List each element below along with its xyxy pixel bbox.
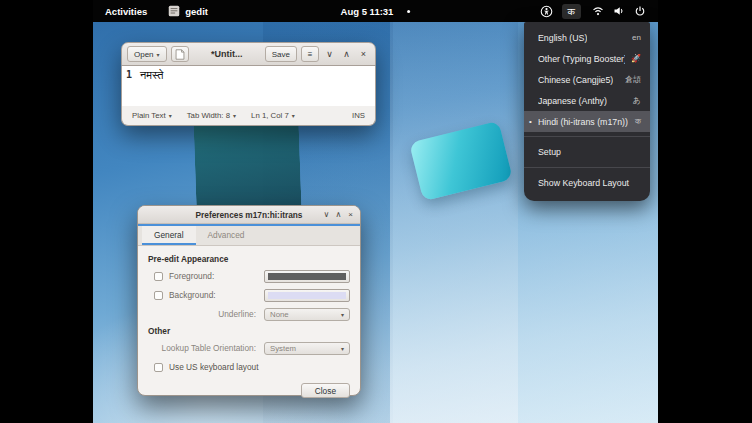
other-heading: Other bbox=[148, 326, 350, 336]
notification-dot bbox=[407, 10, 410, 13]
preedit-appearance-heading: Pre-edit Appearance bbox=[148, 254, 350, 264]
app-menu-button[interactable]: gedit bbox=[168, 5, 208, 17]
minimize-button[interactable]: ∨ bbox=[323, 46, 336, 62]
background-row: Background: bbox=[154, 288, 350, 302]
volume-icon bbox=[613, 5, 625, 17]
insert-mode-indicator: INS bbox=[352, 111, 365, 120]
maximize-button[interactable]: ∧ bbox=[340, 46, 353, 62]
close-button[interactable]: × bbox=[357, 46, 370, 62]
system-tray: क bbox=[534, 4, 655, 19]
power-icon bbox=[634, 5, 646, 17]
menu-item-chinese-cangjie5[interactable]: Chinese (Cangjie5) 倉頡 bbox=[524, 69, 650, 90]
background-color-button[interactable] bbox=[264, 289, 350, 302]
accessibility-icon bbox=[540, 5, 553, 18]
clock-button[interactable]: Aug 5 11:31 bbox=[341, 6, 411, 17]
menu-separator bbox=[524, 136, 650, 137]
background-checkbox[interactable] bbox=[154, 291, 163, 300]
us-keyboard-label: Use US keyboard layout bbox=[169, 362, 350, 372]
preferences-body: Pre-edit Appearance Foreground: Backgrou… bbox=[138, 246, 360, 379]
menu-item-english-us[interactable]: English (US) en bbox=[524, 27, 650, 48]
lookup-orientation-dropdown[interactable]: System ▾ bbox=[264, 342, 350, 355]
preferences-dialog: Preferences m17n:hi:itrans ∨ ∧ × General… bbox=[137, 205, 361, 396]
maximize-button[interactable]: ∧ bbox=[333, 208, 344, 222]
tab-advanced[interactable]: Advanced bbox=[196, 226, 257, 245]
foreground-swatch bbox=[268, 273, 346, 280]
menu-item-label: Show Keyboard Layout bbox=[538, 178, 629, 188]
activities-button[interactable]: Activities bbox=[102, 4, 150, 19]
new-document-icon bbox=[175, 49, 185, 60]
chevron-down-icon: ▾ bbox=[341, 345, 344, 352]
cangjie-icon: 倉頡 bbox=[625, 74, 641, 85]
us-keyboard-row: Use US keyboard layout bbox=[154, 360, 350, 374]
menu-item-label: Japanese (Anthy) bbox=[538, 96, 607, 106]
input-source-menu: English (US) en Other (Typing Booster) 🚀… bbox=[524, 22, 650, 201]
system-status-menu-button[interactable] bbox=[584, 5, 654, 17]
cursor-position-label: Ln 1, Col 7 bbox=[251, 111, 289, 120]
network-icon bbox=[592, 5, 604, 17]
line-number: 1 bbox=[126, 69, 140, 106]
clock-label: Aug 5 11:31 bbox=[341, 6, 394, 17]
save-button[interactable]: Save bbox=[265, 46, 297, 62]
chevron-down-icon: ▾ bbox=[233, 112, 236, 119]
underline-row: Underline: None ▾ bbox=[154, 307, 350, 321]
minimize-button[interactable]: ∨ bbox=[321, 208, 332, 222]
menu-item-japanese-anthy[interactable]: Japanese (Anthy) あ bbox=[524, 90, 650, 111]
lookup-orientation-label: Lookup Table Orientation: bbox=[154, 343, 264, 353]
foreground-row: Foreground: bbox=[154, 269, 350, 283]
selected-dot-icon: • bbox=[529, 117, 532, 126]
menu-item-show-keyboard-layout[interactable]: Show Keyboard Layout bbox=[524, 172, 650, 194]
dialog-footer: Close bbox=[138, 379, 360, 406]
menu-item-typing-booster[interactable]: Other (Typing Booster) 🚀 bbox=[524, 48, 650, 69]
new-document-button[interactable] bbox=[171, 46, 189, 62]
language-label: Plain Text bbox=[132, 111, 166, 120]
underline-label: Underline: bbox=[154, 309, 264, 319]
underline-dropdown[interactable]: None ▾ bbox=[264, 308, 350, 321]
foreground-label: Foreground: bbox=[169, 271, 264, 281]
lookup-orientation-value: System bbox=[270, 344, 296, 353]
chevron-down-icon: ▾ bbox=[341, 311, 344, 318]
input-source-indicator[interactable]: क bbox=[562, 4, 582, 19]
menu-item-label: Other (Typing Booster) bbox=[538, 54, 625, 64]
menu-separator bbox=[524, 167, 650, 168]
input-source-symbol: en bbox=[632, 33, 641, 42]
save-button-label: Save bbox=[272, 50, 290, 59]
gedit-headerbar: Open ▾ *Untit... Save ≡ ∨ ∧ × bbox=[121, 42, 376, 66]
window-title: *Untit... bbox=[193, 49, 261, 59]
lookup-orientation-row: Lookup Table Orientation: System ▾ bbox=[154, 341, 350, 355]
accessibility-menu-button[interactable] bbox=[534, 5, 559, 18]
gedit-window: Open ▾ *Untit... Save ≡ ∨ ∧ × 1 नमस्ते bbox=[121, 42, 376, 126]
insert-mode-label: INS bbox=[352, 111, 365, 120]
hamburger-icon: ≡ bbox=[308, 50, 313, 59]
dialog-window-controls: ∨ ∧ × bbox=[321, 208, 360, 222]
wallpaper-light-band bbox=[390, 0, 518, 423]
us-keyboard-checkbox[interactable] bbox=[154, 363, 163, 372]
hamburger-menu-button[interactable]: ≡ bbox=[301, 46, 319, 62]
open-button[interactable]: Open ▾ bbox=[127, 46, 167, 62]
menu-item-label: Setup bbox=[538, 147, 561, 157]
menu-item-setup[interactable]: Setup bbox=[524, 141, 650, 163]
language-selector[interactable]: Plain Text ▾ bbox=[132, 111, 172, 120]
menu-item-label: English (US) bbox=[538, 33, 587, 43]
close-icon[interactable]: × bbox=[345, 208, 356, 222]
cursor-position-selector[interactable]: Ln 1, Col 7 ▾ bbox=[251, 111, 295, 120]
dialog-close-button[interactable]: Close bbox=[301, 383, 350, 398]
desktop[interactable]: Activities gedit Aug 5 11:31 क bbox=[93, 0, 658, 423]
foreground-checkbox[interactable] bbox=[154, 272, 163, 281]
menu-item-hindi-itrans[interactable]: • Hindi (hi-itrans (m17n)) क bbox=[524, 111, 650, 132]
chevron-down-icon: ▾ bbox=[157, 51, 160, 58]
gedit-icon bbox=[168, 5, 180, 17]
hindi-icon: क bbox=[635, 117, 641, 127]
tab-width-selector[interactable]: Tab Width: 8 ▾ bbox=[187, 111, 236, 120]
chevron-down-icon: ▾ bbox=[169, 112, 172, 119]
menu-item-label: Hindi (hi-itrans (m17n)) bbox=[538, 117, 628, 127]
foreground-color-button[interactable] bbox=[264, 270, 350, 283]
open-button-label: Open bbox=[134, 50, 154, 59]
text-editor-area[interactable]: 1 नमस्ते bbox=[121, 66, 376, 106]
dialog-titlebar: Preferences m17n:hi:itrans ∨ ∧ × bbox=[138, 206, 360, 224]
tab-general[interactable]: General bbox=[142, 226, 196, 245]
top-bar: Activities gedit Aug 5 11:31 क bbox=[93, 0, 658, 22]
document-text: नमस्ते bbox=[140, 69, 163, 106]
chevron-down-icon: ▾ bbox=[292, 112, 295, 119]
typing-booster-icon: 🚀 bbox=[631, 54, 641, 63]
app-menu-label: gedit bbox=[185, 6, 208, 17]
